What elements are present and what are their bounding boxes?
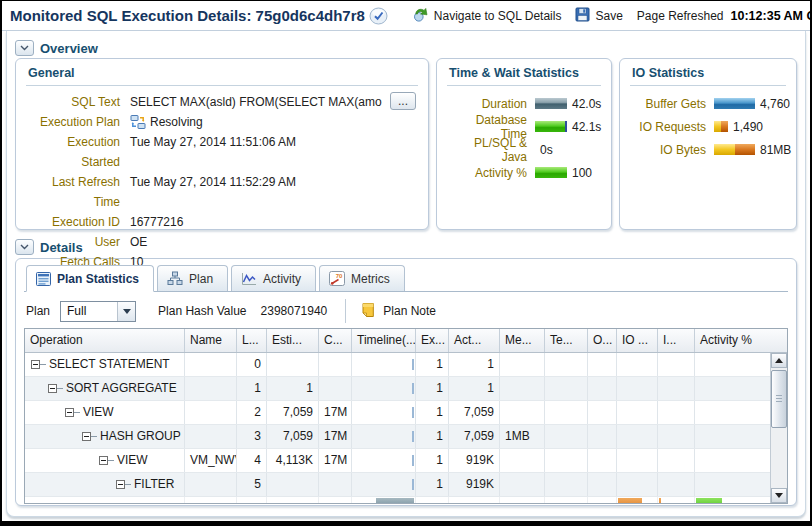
cell-esti: 7,059 [267,401,319,424]
field-value-text: Tue May 27, 2014 11:52:29 AM [130,172,296,192]
partial-cell-act [449,497,500,503]
details-section-title: Details [40,240,83,255]
vertical-scrollbar[interactable] [770,353,787,503]
cell-cost [319,377,352,400]
column-header-line[interactable]: L... [237,329,267,352]
bar-segment-blue [714,98,755,109]
column-header-io[interactable]: IO ... [617,329,658,352]
operation-label: SELECT STATEMENT [49,353,170,376]
cell-name [185,377,237,400]
tree-collapse-icon[interactable] [116,480,125,489]
cell-operation: VIEW [25,401,185,424]
time-wait-stat-bar [535,167,567,178]
general-panel-title: General [26,66,418,80]
operation-label: SORT AGGREGATE [66,377,177,400]
cell-ex: 1 [416,425,449,448]
column-header-te[interactable]: Te... [545,329,588,352]
cell-me [500,353,545,376]
details-collapse-button[interactable] [15,239,34,255]
operation-label: VIEW [83,401,114,424]
partial-cell-ex [416,497,449,503]
column-header-act[interactable]: Act... [449,329,500,352]
plan-note-button[interactable]: Plan Note [360,302,436,321]
table-row[interactable]: SELECT STATEMENT011 [25,353,787,377]
cell-timeline [352,449,416,472]
time-wait-panel-rule [447,85,601,86]
partial-cell-name [185,497,237,503]
timeline-tick [412,407,414,418]
column-header-cost[interactable]: C... [319,329,352,352]
cell-ex: 1 [416,377,449,400]
timeline-tick [412,479,414,490]
navigate-to-sql-details-button[interactable]: Navigate to SQL Details [412,6,562,25]
cell-line: 5 [237,473,267,496]
field-label: SQL Text [26,92,130,112]
cell-o [588,449,617,472]
cell-ex: 1 [416,353,449,376]
io-stat-label: Buffer Gets [630,97,714,111]
column-header-timeline[interactable]: Timeline(... [352,329,416,352]
cell-operation: VIEW [25,449,185,472]
io-stat-bar [714,144,755,155]
partial-cell-timeline [352,497,416,503]
tree-collapse-icon[interactable] [82,432,91,441]
table-row[interactable]: VIEWVM_NWVW44,113K17M1919K [25,449,787,473]
partial-cell-me [500,497,545,503]
cell-name: VM_NWVW [185,449,237,472]
tree-collapse-icon[interactable] [65,408,74,417]
chevron-down-icon [117,302,135,321]
tree-connector [108,460,114,461]
io-stat-row: IO Requests1,490 [630,115,786,138]
tab-plan[interactable]: Plan [157,265,228,291]
page-refreshed-group: Page Refreshed 10:12:35 AM GMT-0500 [637,9,812,23]
save-icon [575,7,590,25]
time-wait-stat-label: Duration [447,97,535,111]
bar-segment-orange [735,144,755,155]
time-wait-stat-bar [535,121,567,132]
cell-te [545,353,588,376]
sql-text-expand-button[interactable]: ... [390,92,416,110]
table-row[interactable]: HASH GROUP BY37,05917M17,0591MB [25,425,787,449]
table-body: SELECT STATEMENT011SORT AGGREGATE1111VIE… [25,353,787,503]
plan-statistics-icon [36,272,51,286]
tree-collapse-icon[interactable] [31,360,40,369]
tree-connector [91,436,97,437]
column-header-i[interactable]: I... [658,329,695,352]
plan-select[interactable]: Full [60,301,136,322]
partial-green-bar [696,498,722,503]
tab-metrics[interactable]: 70Metrics [319,265,405,291]
bar-segment-steel [535,98,567,109]
column-header-activity[interactable]: Activity % [695,329,770,352]
table-row[interactable]: VIEW27,05917M17,059 [25,401,787,425]
table-row[interactable]: SORT AGGREGATE1111 [25,377,787,401]
column-header-operation[interactable]: Operation [25,329,185,352]
tab-plan-statistics[interactable]: Plan Statistics [26,265,154,292]
cell-esti: 4,113K [267,449,319,472]
overview-collapse-button[interactable] [15,40,34,56]
io-panel-rule [630,85,786,86]
io-stat-value: 1,490 [733,120,763,134]
tree-collapse-icon[interactable] [48,384,57,393]
column-header-me[interactable]: Me... [500,329,545,352]
scroll-down-button[interactable] [771,488,787,503]
time-wait-stat-row: Activity %100 [447,161,601,184]
scroll-up-button[interactable] [771,353,787,368]
table-row[interactable]: FILTER51919K [25,473,787,497]
general-field-row: SQL TextSELECT MAX(asld) FROM(SELECT MAX… [26,92,418,112]
cell-timeline [352,353,416,376]
save-button[interactable]: Save [575,7,622,25]
details-panel: Plan StatisticsPlanActivity70Metrics Pla… [15,258,797,506]
column-header-name[interactable]: Name [185,329,237,352]
timeline-tick [412,359,414,370]
cell-cost: 17M [319,401,352,424]
column-header-esti[interactable]: Esti... [267,329,319,352]
time-wait-stat-label: Activity % [447,166,535,180]
column-header-o[interactable]: O... [588,329,617,352]
plan-toolbar: Plan Full Plan Hash Value 2398071940 Pla… [24,292,788,328]
column-header-ex[interactable]: Ex... [416,329,449,352]
activity-chart-icon [241,272,257,286]
tree-collapse-icon[interactable] [99,456,108,465]
scrollbar-thumb[interactable] [771,370,787,428]
tab-activity[interactable]: Activity [231,265,316,291]
field-value: SELECT MAX(asld) FROM(SELECT MAX(amo [130,92,386,112]
